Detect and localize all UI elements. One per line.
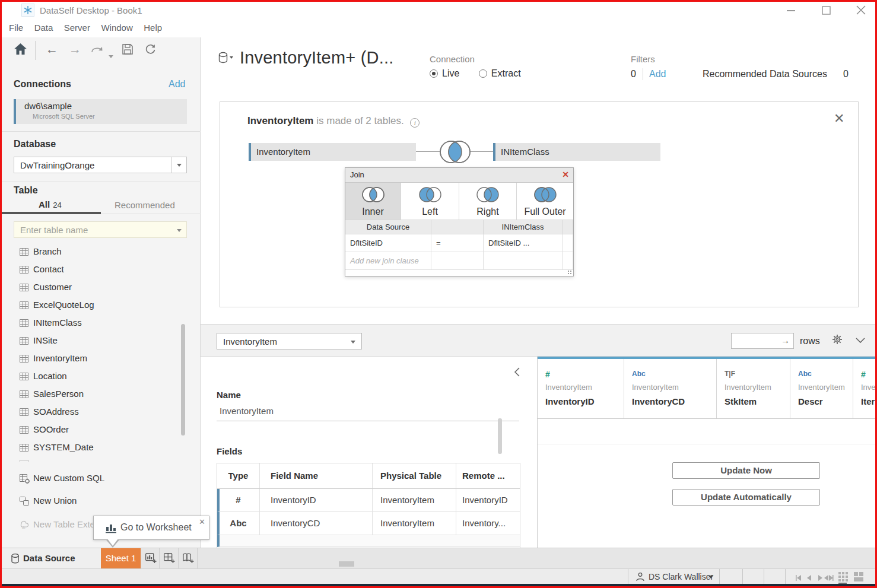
add-filter-link[interactable]: Add xyxy=(649,69,666,80)
menu-help[interactable]: Help xyxy=(144,18,162,37)
join-clause-operator[interactable]: = xyxy=(431,234,484,252)
field-row-partial[interactable] xyxy=(217,535,520,547)
tab-data-source[interactable]: Data Source xyxy=(2,548,101,569)
chevron-down-icon[interactable] xyxy=(856,335,865,346)
chevron-down-icon[interactable] xyxy=(177,229,182,232)
grid-column-header[interactable]: T|F InventoryItem StkItem xyxy=(717,359,790,418)
join-type-left[interactable]: Left xyxy=(401,183,459,220)
table-list-item-partial[interactable] xyxy=(2,456,180,462)
join-clause-empty-cell xyxy=(563,252,573,270)
tab-sheet1[interactable]: Sheet 1 xyxy=(101,548,141,569)
join-table-left[interactable]: InventoryItem xyxy=(249,143,416,161)
add-connection-link[interactable]: Add xyxy=(169,79,185,90)
table-list-item[interactable]: Branch xyxy=(2,243,180,260)
toolbar-divider xyxy=(35,41,36,60)
field-row[interactable]: Abc InventoryCD InventoryItem Inventory.… xyxy=(217,512,520,535)
live-radio[interactable] xyxy=(430,69,438,78)
gear-icon[interactable] xyxy=(832,334,843,347)
maximize-icon[interactable] xyxy=(817,3,835,17)
table-list-item[interactable]: SOAddress xyxy=(2,403,180,421)
preview-table-select[interactable]: InventoryItem xyxy=(217,333,362,349)
table-list-item[interactable]: SalesPerson xyxy=(2,385,180,403)
redo-icon[interactable] xyxy=(91,46,105,56)
save-icon[interactable] xyxy=(122,44,133,57)
close-icon[interactable]: ✕ xyxy=(562,170,569,179)
info-icon[interactable]: i xyxy=(410,118,420,128)
table-list-item[interactable]: INItemClass xyxy=(2,314,180,332)
collapse-panel-icon[interactable] xyxy=(514,367,520,379)
name-value-field[interactable]: InventoryItem xyxy=(217,406,519,421)
recommended-data-sources-label[interactable]: Recommended Data Sources xyxy=(703,69,827,80)
home-icon[interactable] xyxy=(14,43,27,57)
extract-radio[interactable] xyxy=(479,69,487,78)
filters-label: Filters xyxy=(631,54,655,64)
join-table-right[interactable]: INItemClass xyxy=(493,143,660,161)
back-icon[interactable]: ← xyxy=(46,42,58,56)
menu-server[interactable]: Server xyxy=(64,18,90,37)
tab-all[interactable]: All24 xyxy=(39,199,62,209)
add-join-clause[interactable]: Add new join clause xyxy=(345,252,431,270)
grid-column-header[interactable]: # InventoryItem InventoryID xyxy=(538,359,624,418)
go-to-worksheet-tooltip[interactable]: Go to Worksheet ✕ xyxy=(93,516,209,540)
new-union[interactable]: New Union xyxy=(2,492,201,510)
join-venn-icon[interactable] xyxy=(436,136,474,170)
join-clause-remove-cell[interactable] xyxy=(563,234,573,252)
user-menu[interactable]: DS Clark Walliser xyxy=(628,569,720,584)
connection-label: Connection xyxy=(430,54,475,64)
forward-icon[interactable]: → xyxy=(69,42,81,56)
field-row[interactable]: # InventoryID InventoryItem InventoryID xyxy=(217,489,520,512)
join-type-right[interactable]: Right xyxy=(459,183,517,220)
menu-file[interactable]: File xyxy=(9,18,23,37)
connections-heading: Connections xyxy=(14,79,71,90)
join-clause-left-field[interactable]: DfltSiteID xyxy=(345,234,431,252)
arrow-right-icon[interactable]: → xyxy=(781,335,790,345)
divider xyxy=(2,131,201,132)
new-custom-sql[interactable]: New Custom SQL xyxy=(2,470,201,488)
live-label: Live xyxy=(442,68,459,78)
record-navigation-icons[interactable] xyxy=(795,573,834,584)
new-dashboard-button[interactable] xyxy=(160,548,179,569)
table-list-item[interactable]: SYSTEM_Date xyxy=(2,438,180,456)
refresh-icon[interactable] xyxy=(145,43,156,57)
sidebar-scrollbar[interactable] xyxy=(181,324,185,436)
table-icon xyxy=(20,301,28,312)
resize-grip[interactable] xyxy=(567,270,572,275)
toolbar: ← → xyxy=(2,37,201,63)
close-icon[interactable] xyxy=(852,3,870,17)
table-list-item[interactable]: INSite xyxy=(2,332,180,349)
menu-window[interactable]: Window xyxy=(101,18,132,37)
tab-recommended[interactable]: Recommended xyxy=(115,200,175,210)
fields-table-scrollbar[interactable] xyxy=(498,418,502,454)
update-now-button[interactable]: Update Now xyxy=(672,462,820,479)
new-worksheet-button[interactable] xyxy=(141,548,160,569)
menu-data[interactable]: Data xyxy=(34,18,53,37)
join-type-full-outer[interactable]: Full Outer xyxy=(517,183,573,220)
close-icon[interactable]: ✕ xyxy=(199,517,205,526)
join-clause-right-field[interactable]: DfltSiteID ... xyxy=(484,234,563,252)
database-icon xyxy=(11,554,19,566)
update-automatically-button[interactable]: Update Automatically xyxy=(672,489,820,506)
table-search-input[interactable] xyxy=(20,224,169,236)
table-list-item[interactable]: InventoryItem xyxy=(2,349,180,367)
window-title: DataSelf Desktop - Book1 xyxy=(40,5,142,15)
table-list-item[interactable]: SOOrder xyxy=(2,421,180,438)
grid-column-header[interactable]: # Inve Iter xyxy=(853,359,875,418)
table-list-item[interactable]: Contact xyxy=(2,260,180,278)
table-list-item[interactable]: Location xyxy=(2,367,180,385)
chevron-down-icon[interactable] xyxy=(171,157,186,173)
rows-count-input[interactable] xyxy=(734,335,779,347)
minimize-icon[interactable] xyxy=(782,3,800,17)
redo-caret-icon[interactable] xyxy=(109,50,113,61)
data-source-title[interactable]: InventoryItem+ (D... xyxy=(240,48,393,68)
table-list-item[interactable]: Customer xyxy=(2,278,180,296)
database-icon[interactable] xyxy=(218,52,234,68)
join-type-inner[interactable]: Inner xyxy=(345,183,401,220)
connection-card[interactable]: dw6\sample Microsoft SQL Server xyxy=(14,99,187,124)
table-list-item[interactable]: ExcelQuoteLog xyxy=(2,296,180,314)
new-story-button[interactable] xyxy=(179,548,198,569)
horizontal-scrollbar-thumb[interactable] xyxy=(339,561,354,567)
grid-column-header[interactable]: Abc InventoryItem Descr xyxy=(790,359,853,418)
close-icon[interactable]: ✕ xyxy=(834,113,844,125)
grid-column-header[interactable]: Abc InventoryItem InventoryCD xyxy=(624,359,717,418)
database-select[interactable]: DwTrainingOrange xyxy=(14,157,187,173)
